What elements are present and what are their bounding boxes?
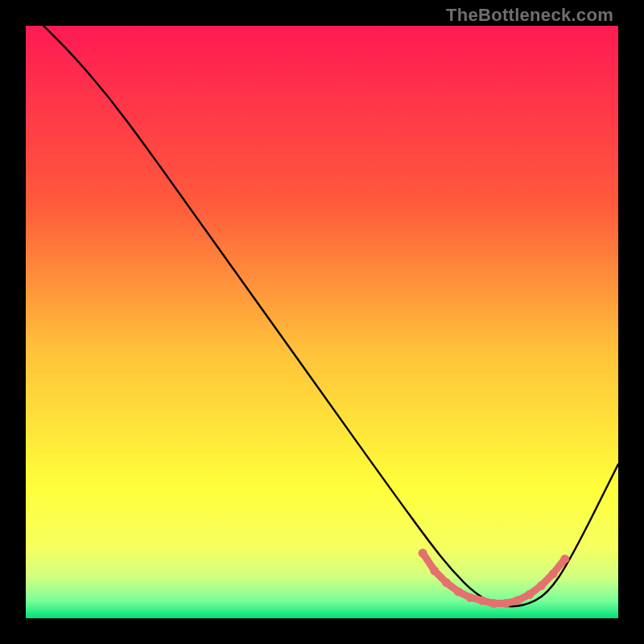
valley-dot	[489, 599, 498, 608]
watermark-text: TheBottleneck.com	[446, 5, 613, 26]
valley-dot	[442, 578, 451, 587]
chart-frame	[26, 26, 618, 618]
valley-dot	[560, 555, 569, 564]
valley-dot	[537, 581, 546, 590]
valley-dot	[513, 596, 522, 605]
valley-dot	[454, 587, 463, 596]
valley-dot	[430, 567, 439, 576]
valley-dot	[419, 549, 427, 558]
valley-dot	[525, 590, 534, 599]
valley-dot	[502, 599, 510, 608]
valley-dot	[549, 569, 558, 578]
chart-background	[26, 26, 618, 618]
valley-dot	[477, 596, 486, 605]
valley-dot	[466, 593, 475, 602]
chart-canvas	[26, 26, 618, 618]
